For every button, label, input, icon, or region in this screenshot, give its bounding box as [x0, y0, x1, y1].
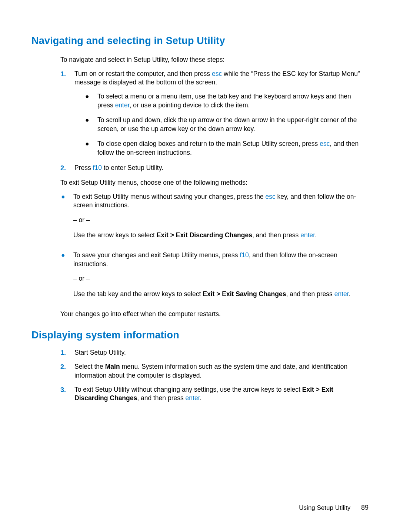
text: Use the tab key and the arrow keys to se… — [73, 290, 203, 298]
text: To exit Setup Utility without changing a… — [74, 386, 302, 393]
text: , or use a pointing device to click the … — [130, 101, 250, 109]
bullet-item: ● To scroll up and down, click the up ar… — [84, 116, 369, 133]
step-3: 3. To exit Setup Utility without changin… — [60, 385, 369, 403]
bullet-symbol: ● — [84, 92, 97, 110]
bullet-symbol: ● — [60, 193, 73, 246]
text: , and then press — [286, 290, 334, 298]
text: to enter Setup Utility. — [102, 164, 163, 171]
or-text: – or – — [73, 216, 369, 225]
bullet-item: ● To select a menu or a menu item, use t… — [84, 92, 369, 110]
text: . — [349, 290, 351, 298]
text: , and then press — [252, 231, 300, 239]
step-text: Start Setup Utility. — [74, 348, 369, 357]
key-f10: f10 — [240, 251, 249, 259]
step-number: 3. — [60, 385, 74, 403]
bullet-text: To close open dialog boxes and return to… — [97, 140, 369, 157]
key-enter: enter — [115, 101, 130, 109]
bullet-symbol: ● — [84, 116, 97, 133]
bold-text: Exit > Exit Discarding Changes — [157, 231, 252, 239]
step-text: Select the Main menu. System information… — [74, 362, 369, 380]
key-enter: enter — [334, 290, 349, 298]
step-number: 1. — [60, 70, 74, 87]
bullet-text: To exit Setup Utility menus without savi… — [73, 193, 369, 246]
step-2: 2. Select the Main menu. System informat… — [60, 362, 369, 380]
step-text: To exit Setup Utility without changing a… — [74, 385, 369, 403]
key-enter: enter — [186, 394, 200, 402]
bullet-text: To select a menu or a menu item, use the… — [97, 92, 369, 110]
text: To save your changes and exit Setup Util… — [73, 251, 240, 259]
intro-text: To navigate and select in Setup Utility,… — [60, 56, 369, 64]
or-text: – or – — [73, 274, 369, 283]
footer-line: Your changes go into effect when the com… — [60, 310, 369, 319]
text: To close open dialog boxes and return to… — [97, 140, 320, 147]
text: Use the arrow keys to select — [73, 231, 157, 239]
key-esc: esc — [265, 193, 275, 200]
step-number: 1. — [60, 348, 74, 357]
text: . — [200, 394, 202, 402]
bold-text: Exit > Exit Saving Changes — [203, 290, 286, 298]
bullet-item: ● To exit Setup Utility menus without sa… — [60, 193, 369, 246]
text: Turn on or restart the computer, and the… — [74, 70, 212, 77]
key-esc: esc — [212, 70, 222, 77]
text: To exit Setup Utility menus without savi… — [73, 193, 265, 200]
exit-intro: To exit Setup Utility menus, choose one … — [60, 178, 369, 187]
key-f10: f10 — [93, 164, 102, 171]
step-2: 2. Press f10 to enter Setup Utility. — [60, 164, 369, 173]
bullet-symbol: ● — [84, 140, 97, 157]
step-text: Turn on or restart the computer, and the… — [74, 70, 369, 87]
step-1: 1. Start Setup Utility. — [60, 348, 369, 357]
text: Press — [74, 164, 93, 171]
key-esc: esc — [320, 140, 330, 147]
heading-displaying: Displaying system information — [31, 329, 369, 341]
page-footer: Using Setup Utility 89 — [299, 504, 369, 512]
bullet-symbol: ● — [60, 251, 73, 305]
bullet-item: ● To save your changes and exit Setup Ut… — [60, 251, 369, 305]
bullet-text: To save your changes and exit Setup Util… — [73, 251, 369, 305]
bullet-text: To scroll up and down, click the up arro… — [97, 116, 369, 133]
step-number: 2. — [60, 362, 74, 380]
text: , and then press — [137, 394, 185, 402]
step-1: 1. Turn on or restart the computer, and … — [60, 70, 369, 87]
key-enter: enter — [300, 231, 315, 239]
bullet-item: ● To close open dialog boxes and return … — [84, 140, 369, 157]
step-number: 2. — [60, 164, 74, 173]
page-number: 89 — [361, 504, 369, 511]
heading-navigating: Navigating and selecting in Setup Utilit… — [31, 35, 369, 47]
bold-text: Main — [105, 363, 120, 370]
footer-text: Using Setup Utility — [299, 504, 350, 511]
step-text: Press f10 to enter Setup Utility. — [74, 164, 369, 173]
text: Select the — [74, 363, 105, 370]
text: . — [315, 231, 317, 239]
